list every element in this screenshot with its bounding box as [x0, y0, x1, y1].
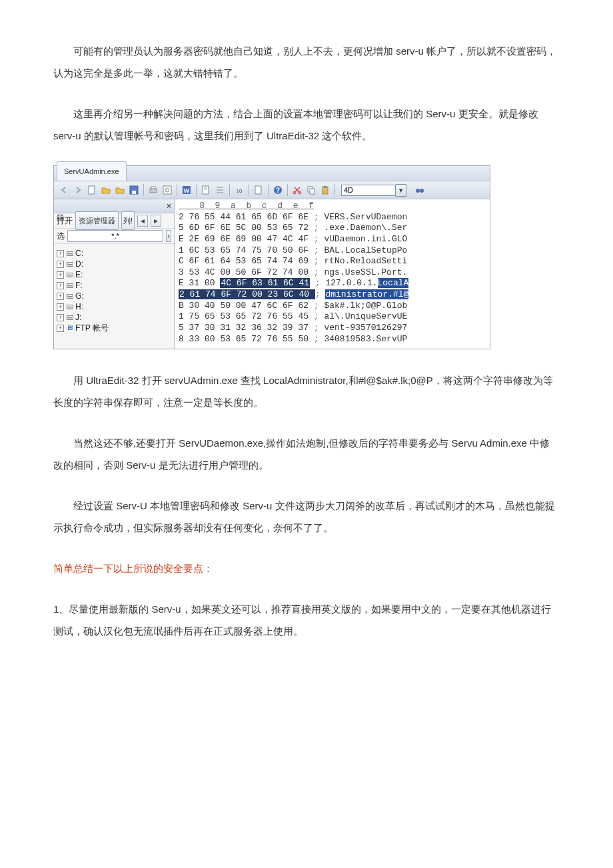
- paragraph: 这里再介绍另一种解决问题的方法，结合上面的设置本地管理密码可以让我们的 Serv…: [53, 103, 560, 147]
- drive-node[interactable]: +🖴F:: [57, 280, 171, 291]
- paragraph: 经过设置 Serv-U 本地管理密码和修改 Serv-u 文件这两步大刀阔斧的改…: [53, 495, 560, 539]
- nav-prev-icon[interactable]: ◂: [137, 215, 148, 227]
- paragraph: 用 UltraEdit-32 打开 servUAdmin.exe 查找 Loca…: [53, 369, 560, 413]
- svg-rect-9: [203, 186, 209, 194]
- search-input[interactable]: [341, 185, 396, 196]
- drive-node[interactable]: +🖴E:: [57, 269, 171, 280]
- svg-text:?: ?: [276, 187, 280, 194]
- explorer-panel: × 打开 资源管理器 列! ◂ ▸ 筛选 : › +🖴C:+🖴D:+🖴E:+🖴F…: [54, 199, 175, 349]
- summary-heading: 简单总结一下以上所说的安全要点：: [53, 557, 560, 579]
- toolbar: W 10 ? ▾: [54, 181, 490, 199]
- svg-rect-0: [89, 186, 95, 194]
- list-button[interactable]: 列!: [121, 211, 135, 230]
- svg-rect-22: [310, 189, 314, 194]
- back-icon[interactable]: [58, 184, 70, 196]
- list-icon[interactable]: [214, 184, 226, 196]
- help-icon[interactable]: ?: [272, 184, 284, 196]
- paste-icon[interactable]: [319, 184, 331, 196]
- svg-rect-3: [150, 189, 157, 193]
- explorer-button[interactable]: 资源管理器: [75, 211, 119, 230]
- save-icon[interactable]: [128, 184, 140, 196]
- hex-view[interactable]: 8 9 a b c d e f2 76 55 44 61 65 6D 6F 6E…: [175, 199, 490, 349]
- file-tab[interactable]: ServUAdmin.exe: [57, 161, 127, 181]
- svg-text:W: W: [184, 187, 190, 194]
- go-icon[interactable]: ›: [166, 230, 171, 242]
- drive-node[interactable]: +🖴D:: [57, 259, 171, 269]
- nav-next-icon[interactable]: ▸: [151, 215, 161, 227]
- copy-icon[interactable]: [305, 184, 317, 196]
- preview-icon[interactable]: [161, 184, 173, 196]
- drive-node[interactable]: +🖴J:: [57, 312, 171, 323]
- svg-rect-16: [255, 186, 261, 194]
- svg-rect-5: [163, 186, 171, 194]
- paragraph: 当然这还不够,还要打开 ServUDaemon.exe,操作如法炮制,但修改后的…: [53, 432, 560, 476]
- drive-tree: +🖴C:+🖴D:+🖴E:+🖴F:+🖴G:+🖴H:+🖴J:+🖥FTP 帐号: [54, 244, 174, 337]
- cut-icon[interactable]: [291, 184, 303, 196]
- binoculars-icon[interactable]: [414, 184, 426, 196]
- document-icon[interactable]: [200, 184, 212, 196]
- drive-node[interactable]: +🖴G:: [57, 291, 171, 301]
- svg-rect-4: [151, 187, 155, 189]
- svg-rect-24: [324, 186, 326, 188]
- svg-point-26: [420, 189, 424, 193]
- new-file-icon[interactable]: [86, 184, 98, 196]
- search-box: ▾: [341, 184, 406, 197]
- hex-toggle-icon[interactable]: 10: [233, 184, 245, 196]
- tab-strip: ServUAdmin.exe: [54, 166, 490, 181]
- close-icon[interactable]: ×: [167, 197, 171, 215]
- svg-text:10: 10: [237, 188, 243, 194]
- dropdown-button[interactable]: ▾: [396, 184, 406, 197]
- word-icon[interactable]: W: [181, 184, 193, 196]
- open-folder-icon[interactable]: [100, 184, 112, 196]
- paragraph: 1、尽量使用最新版的 Serv-u，如果英文还可以，推荐直接用英文版的，如果要用…: [53, 598, 560, 642]
- document-icon[interactable]: [253, 184, 265, 196]
- paragraph: 可能有的管理员认为服务器密码就他自己知道，别人上不去，更何况增加 serv-u …: [53, 40, 560, 84]
- svg-rect-2: [132, 191, 136, 194]
- ultraedit-window: ServUAdmin.exe W 10 ? ▾: [53, 165, 490, 349]
- ftp-node[interactable]: +🖥FTP 帐号: [57, 323, 171, 333]
- drive-node[interactable]: +🖴C:: [57, 248, 171, 259]
- svg-point-25: [416, 189, 420, 193]
- drive-node[interactable]: +🖴H:: [57, 301, 171, 312]
- print-icon[interactable]: [147, 184, 159, 196]
- open-folder-icon[interactable]: [114, 184, 126, 196]
- forward-icon[interactable]: [72, 184, 84, 196]
- filter-input[interactable]: [67, 230, 163, 242]
